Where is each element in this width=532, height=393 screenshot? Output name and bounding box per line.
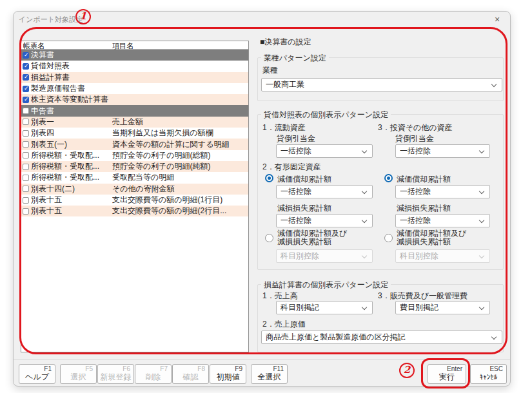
list-item[interactable]: 所得税額・受取配... 受取配当等の明細 [21, 172, 248, 183]
titlebar: インポート対象設定 × [14, 12, 510, 27]
list-item[interactable]: 申告書 [21, 105, 248, 116]
form-name-cell: 別表十四(二) [31, 184, 112, 195]
function-key-label: F9 [210, 365, 246, 372]
chevron-down-icon [362, 148, 367, 153]
list-item[interactable]: 損益計算書 [21, 72, 248, 83]
row-checkbox[interactable] [23, 86, 29, 92]
industry-select[interactable]: 一般商工業 [261, 78, 502, 91]
item-name-cell: 支出交際費等の額の明細(2行目... [112, 206, 248, 216]
sales-display-select[interactable]: 科目別掲記 [276, 301, 373, 314]
footer-button-f6: F6 新規登録 [97, 364, 134, 384]
row-checkbox[interactable] [23, 186, 29, 192]
selected-value: 商品売上原価と製品製造原価の区分掲記 [266, 332, 406, 341]
list-item[interactable]: 所得税額・受取配... 預貯金等の利子の明細(純額) [21, 161, 248, 172]
impairment-method-select-col2[interactable]: 一括控除 [395, 214, 490, 227]
selected-value: 費目別掲記 [400, 303, 438, 312]
selected-value: 一括控除 [281, 146, 311, 155]
function-key-label: Enter [428, 365, 466, 372]
button-label: ヘルプ [19, 372, 55, 382]
cancel-button[interactable]: ESC ｷｬﾝｾﾙ [470, 364, 507, 384]
selected-value: 一般商工業 [266, 80, 304, 89]
chevron-down-icon [362, 218, 367, 223]
function-key-label: F11 [251, 365, 287, 372]
item-name-cell: 売上金額 [112, 117, 248, 128]
row-checkbox[interactable] [23, 119, 29, 125]
impairment-label-col1: 減損損失累計額 [277, 203, 331, 214]
footer-button-f9[interactable]: F9 初期値 [210, 364, 246, 384]
row-checkbox[interactable] [23, 152, 29, 158]
row-checkbox[interactable] [23, 175, 29, 181]
form-list-body: 決算書 貸借対照表 損益計算書 製造原価報告書 株主資本等変動計算書 申告書 別… [21, 50, 248, 216]
depreciation-radio-col2[interactable] [384, 174, 393, 182]
button-label: 全選択 [251, 372, 287, 382]
list-item[interactable]: 別表十五 支出交際費等の額の明細(1行目) [21, 195, 248, 206]
row-checkbox[interactable] [23, 74, 29, 81]
execute-button[interactable]: Enter 実行 [428, 364, 466, 384]
impairment-label-col2: 減損損失累計額 [397, 203, 451, 214]
list-item[interactable]: 別表一 売上金額 [21, 117, 248, 128]
row-checkbox[interactable] [23, 208, 29, 215]
sga-display-select[interactable]: 費目別掲記 [395, 301, 490, 314]
footer-button-f8: F8 確認 [172, 364, 209, 384]
depreciation-method-select-col1[interactable]: 一括控除 [276, 185, 373, 198]
chevron-down-icon [479, 218, 484, 223]
impairment-method-select-col1[interactable]: 一括控除 [276, 214, 373, 227]
row-checkbox[interactable] [23, 141, 29, 148]
row-checkbox[interactable] [23, 52, 29, 59]
form-name-cell: 決算書 [31, 50, 112, 61]
list-item[interactable]: 別表十五 支出交際費等の額の明細(2行目... [21, 206, 248, 216]
current-assets-allowance-select[interactable]: 一括控除 [276, 144, 373, 158]
form-name-cell: 別表十五 [31, 206, 112, 216]
row-checkbox[interactable] [23, 197, 29, 204]
column-header-form-name: 帳票名 [21, 41, 112, 49]
combined-radio-col2[interactable] [384, 234, 393, 242]
selected-value: 科目別控除 [400, 251, 438, 260]
form-name-cell: 所得税額・受取配... [31, 150, 112, 161]
section-sales: 1．売上高 [262, 291, 298, 302]
industry-label: 業種 [262, 65, 278, 76]
button-label: 実行 [428, 372, 466, 382]
form-name-cell: 申告書 [31, 106, 112, 117]
combined-radio-col1[interactable] [265, 234, 273, 242]
combined-radio-label-col2: 減価償却累計額及び 減損損失累計額 [397, 229, 466, 246]
close-icon[interactable]: × [491, 14, 503, 25]
form-name-cell: 所得税額・受取配... [31, 161, 112, 172]
row-checkbox[interactable] [23, 108, 29, 114]
list-item[interactable]: 株主資本等変動計算書 [21, 94, 248, 105]
investments-allowance-select[interactable]: 一括控除 [395, 144, 490, 158]
footer-buttons: F1 ヘルプ F5 選択 F6 新規登録 F7 削除 F8 確認 F9 初期値 … [19, 364, 288, 384]
chevron-down-icon [479, 189, 484, 194]
footer-button-f11[interactable]: F11 全選択 [251, 364, 288, 384]
row-checkbox[interactable] [23, 164, 29, 170]
item-name-cell: 支出交際費等の額の明細(1行目) [112, 195, 248, 206]
depreciation-method-select-col2[interactable]: 一括控除 [395, 185, 490, 198]
list-item[interactable]: 別表五(一) 資本金等の額の計算に関する明細 [21, 139, 248, 149]
section-current-assets: 1．流動資産 [262, 122, 306, 133]
footer-button-f1[interactable]: F1 ヘルプ [19, 364, 55, 384]
form-name-cell: 別表一 [31, 117, 112, 128]
form-list[interactable]: 帳票名 項目名 決算書 貸借対照表 損益計算書 製造原価報告書 株主資本等変動計… [21, 41, 249, 352]
function-key-label: F5 [61, 365, 96, 372]
list-item[interactable]: 製造原価報告書 [21, 83, 248, 94]
list-item[interactable]: 決算書 [21, 50, 248, 61]
combined-radio-label-col1: 減価償却累計額及び 減損損失累計額 [277, 229, 347, 246]
list-item[interactable]: 別表四 当期利益又は当期欠損の額欄 [21, 128, 248, 139]
row-checkbox[interactable] [23, 130, 29, 137]
button-label: 選択 [61, 372, 96, 382]
settings-heading: ■決算書の設定 [260, 37, 311, 48]
list-item[interactable]: 別表十四(二) その他の寄附金額 [21, 184, 248, 195]
row-checkbox[interactable] [23, 97, 29, 103]
button-label: 確認 [173, 372, 208, 382]
list-item[interactable]: 所得税額・受取配... 預貯金等の利子の明細(総額) [21, 150, 248, 161]
balance-sheet-group-title: 貸借対照表の個別表示パターン設定 [261, 110, 391, 120]
row-checkbox[interactable] [23, 63, 29, 70]
cogs-display-select[interactable]: 商品売上原価と製品製造原価の区分掲記 [261, 331, 502, 344]
depreciation-radio-col1[interactable] [265, 174, 273, 182]
form-name-cell: 株主資本等変動計算書 [31, 94, 112, 105]
industry-group-title: 業種パターン設定 [261, 53, 329, 64]
function-key-label: F7 [135, 365, 171, 372]
function-key-label: F1 [19, 365, 55, 372]
form-list-header: 帳票名 項目名 [21, 41, 248, 50]
list-item[interactable]: 貸借対照表 [21, 61, 248, 72]
form-name-cell: 別表十五 [31, 195, 112, 206]
